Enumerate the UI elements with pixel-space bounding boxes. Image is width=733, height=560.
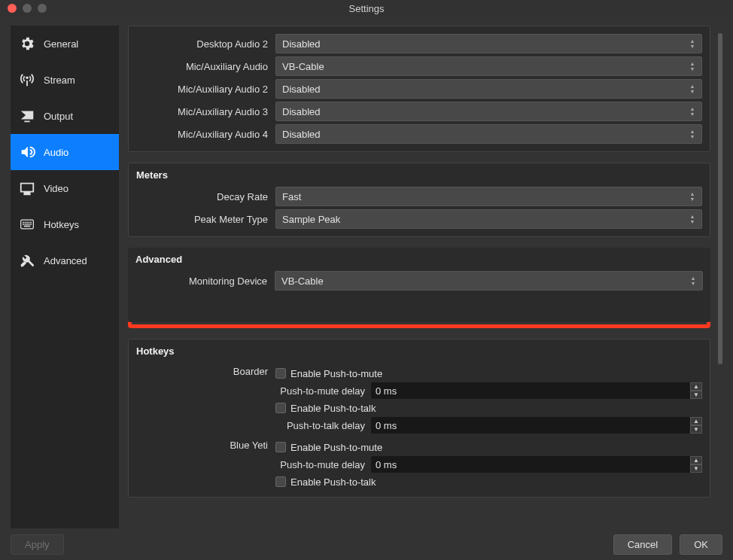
titlebar: Settings <box>0 0 733 17</box>
spinner-push-to-talk-delay[interactable]: 0 ms ▲ ▼ <box>371 417 702 434</box>
select-mic-aux-4[interactable]: Disabled ▲▼ <box>275 124 702 144</box>
sidebar-item-label: Stream <box>44 75 75 86</box>
checkbox-label: Enable Push-to-talk <box>290 476 376 488</box>
sidebar-item-label: Advanced <box>44 255 87 266</box>
select-decay-rate[interactable]: Fast ▲▼ <box>275 187 702 206</box>
spinner-arrows-icon: ▲ ▼ <box>690 417 702 434</box>
spinner-push-to-mute-delay[interactable]: 0 ms ▲ ▼ <box>371 382 702 399</box>
gear-icon <box>18 35 36 53</box>
select-arrows-icon: ▲▼ <box>688 80 697 98</box>
close-window-button[interactable] <box>8 4 17 13</box>
form-row-mic-aux-4: Mic/Auxiliary Audio 4 Disabled ▲▼ <box>129 123 710 145</box>
svg-rect-8 <box>26 224 28 225</box>
form-row-peak-meter-type: Peak Meter Type Sample Peak ▲▼ <box>129 208 710 230</box>
form-row-mic-aux: Mic/Auxiliary Audio VB-Cable ▲▼ <box>129 55 710 78</box>
sidebar-item-advanced[interactable]: Advanced <box>11 242 119 278</box>
form-row-decay-rate: Decay Rate Fast ▲▼ <box>129 185 710 208</box>
spinner-down-icon[interactable]: ▼ <box>690 464 702 473</box>
sidebar-item-label: Audio <box>44 147 68 158</box>
hotkey-device-label: Boarder <box>129 366 268 377</box>
group-header-hotkeys: Hotkeys <box>129 339 710 361</box>
sidebar-item-stream[interactable]: Stream <box>11 62 119 98</box>
zoom-window-button[interactable] <box>38 4 47 13</box>
sidebar-item-label: Hotkeys <box>44 219 79 230</box>
advanced-group: Advanced Monitoring Device VB-Cable ▲▼ <box>128 248 710 322</box>
select-value: Disabled <box>282 38 321 50</box>
checkbox-enable-push-to-talk[interactable] <box>275 476 286 487</box>
select-value: Fast <box>282 191 301 202</box>
select-arrows-icon: ▲▼ <box>688 210 697 228</box>
spinner-up-icon[interactable]: ▲ <box>690 456 702 464</box>
select-arrows-icon: ▲▼ <box>688 125 697 143</box>
select-mic-aux[interactable]: VB-Cable ▲▼ <box>275 56 702 76</box>
sidebar-item-audio[interactable]: Audio <box>11 134 119 170</box>
sidebar-item-label: Video <box>44 183 68 194</box>
form-label: Mic/Auxiliary Audio 3 <box>129 106 268 117</box>
cancel-button[interactable]: Cancel <box>613 534 672 555</box>
spinner-value: 0 ms <box>376 385 397 397</box>
checkbox-enable-push-to-mute[interactable] <box>275 368 286 379</box>
spinner-label: Push-to-mute delay <box>275 459 365 470</box>
checkbox-label: Enable Push-to-mute <box>290 368 382 379</box>
svg-rect-2 <box>25 222 26 224</box>
sidebar-item-output[interactable]: Output <box>11 98 119 134</box>
svg-rect-9 <box>29 224 30 225</box>
spinner-down-icon[interactable]: ▼ <box>690 425 702 434</box>
svg-rect-11 <box>24 226 30 227</box>
checkbox-enable-push-to-mute[interactable] <box>275 442 286 452</box>
stream-icon <box>18 71 36 89</box>
svg-rect-1 <box>23 222 24 224</box>
svg-rect-5 <box>30 222 32 224</box>
group-header-meters: Meters <box>129 163 710 185</box>
select-monitoring-device[interactable]: VB-Cable ▲▼ <box>275 271 703 291</box>
meters-group: Meters Decay Rate Fast ▲▼ Peak Meter Typ… <box>128 163 710 237</box>
sidebar-item-video[interactable]: Video <box>11 170 119 206</box>
checkbox-enable-push-to-talk[interactable] <box>275 403 286 413</box>
sidebar-item-general[interactable]: General <box>11 26 119 62</box>
form-label: Desktop Audio 2 <box>129 38 268 50</box>
group-header-advanced: Advanced <box>128 248 710 269</box>
sidebar-item-hotkeys[interactable]: Hotkeys <box>11 206 119 242</box>
select-mic-aux-3[interactable]: Disabled ▲▼ <box>275 102 702 121</box>
spinner-push-to-mute-delay[interactable]: 0 ms ▲ ▼ <box>371 456 702 473</box>
audio-icon <box>18 143 36 161</box>
form-row-desktop-audio-2: Desktop Audio 2 Disabled ▲▼ <box>129 32 710 55</box>
scrollbar[interactable] <box>715 26 722 528</box>
select-desktop-audio-2[interactable]: Disabled ▲▼ <box>275 34 702 53</box>
form-label: Monitoring Device <box>128 275 267 287</box>
select-peak-meter-type[interactable]: Sample Peak ▲▼ <box>275 209 702 229</box>
traffic-lights <box>0 4 47 13</box>
sidebar-item-label: General <box>44 38 78 50</box>
hotkeys-group: Hotkeys Boarder Enable Push-to-mute Push… <box>128 339 710 498</box>
form-row-mic-aux-3: Mic/Auxiliary Audio 3 Disabled ▲▼ <box>129 100 710 123</box>
main-panel: Desktop Audio 2 Disabled ▲▼ Mic/Auxiliar… <box>128 26 722 528</box>
svg-rect-10 <box>30 224 32 225</box>
output-icon <box>18 107 36 125</box>
select-mic-aux-2[interactable]: Disabled ▲▼ <box>275 79 702 99</box>
svg-rect-7 <box>25 224 26 225</box>
form-label: Mic/Auxiliary Audio <box>129 61 268 72</box>
spinner-up-icon[interactable]: ▲ <box>690 417 702 425</box>
content: General Stream Output Audio Video <box>0 17 733 528</box>
select-value: Sample Peak <box>282 214 340 225</box>
select-arrows-icon: ▲▼ <box>688 187 697 205</box>
spinner-label: Push-to-talk delay <box>275 420 365 431</box>
spinner-down-icon[interactable]: ▼ <box>690 391 702 399</box>
form-label: Peak Meter Type <box>129 214 268 225</box>
form-row-monitoring-device: Monitoring Device VB-Cable ▲▼ <box>128 269 710 292</box>
spinner-arrows-icon: ▲ ▼ <box>690 456 702 473</box>
select-value: Disabled <box>282 129 321 140</box>
svg-rect-6 <box>23 224 24 225</box>
spinner-up-icon[interactable]: ▲ <box>690 382 702 391</box>
window-title: Settings <box>349 3 385 14</box>
select-arrows-icon: ▲▼ <box>688 35 697 53</box>
select-value: Disabled <box>282 106 321 117</box>
spinner-label: Push-to-mute delay <box>275 385 365 397</box>
scrollbar-thumb[interactable] <box>718 33 722 364</box>
ok-button[interactable]: OK <box>680 534 722 555</box>
footer: Apply Cancel OK <box>0 528 733 560</box>
spinner-arrows-icon: ▲ ▼ <box>690 382 702 399</box>
minimize-window-button[interactable] <box>23 4 32 13</box>
sidebar-item-label: Output <box>44 111 73 122</box>
apply-button[interactable]: Apply <box>11 534 64 555</box>
